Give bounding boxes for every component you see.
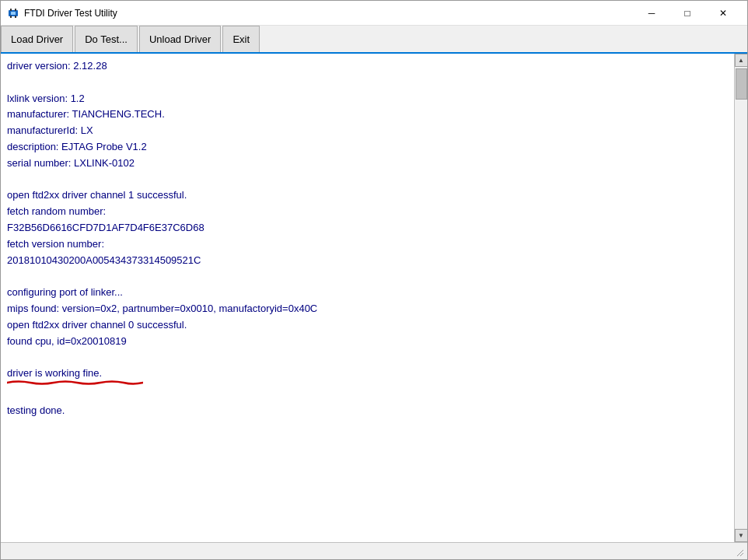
- unload-driver-button[interactable]: Unload Driver: [139, 26, 221, 52]
- log-line: F32B56D6616CFD7D1AF7D4F6E37C6D68: [7, 220, 728, 236]
- svg-rect-2: [15, 9, 16, 11]
- main-window: FTDI Driver Test Utility ─ □ ✕ Load Driv…: [0, 0, 748, 560]
- log-line-testing-done: testing done.: [7, 403, 728, 419]
- svg-rect-4: [15, 16, 16, 18]
- scroll-down-button[interactable]: ▼: [735, 529, 748, 542]
- minimize-button[interactable]: ─: [634, 2, 669, 25]
- exit-button[interactable]: Exit: [222, 26, 260, 52]
- svg-line-7: [740, 553, 743, 556]
- log-line: [7, 172, 728, 188]
- log-line: manufacturer: TIANCHENG.TECH.: [7, 107, 728, 123]
- scroll-up-button[interactable]: ▲: [735, 54, 748, 67]
- log-line: mips found: version=0x2, partnumber=0x00…: [7, 301, 728, 317]
- maximize-button[interactable]: □: [669, 2, 705, 25]
- do-test-button[interactable]: Do Test...: [75, 26, 138, 52]
- scroll-track[interactable]: [735, 67, 748, 529]
- svg-rect-1: [10, 9, 12, 11]
- log-line: open ftd2xx driver channel 0 successful.: [7, 317, 728, 334]
- working-fine-wrapper: driver is working fine.: [7, 366, 143, 385]
- log-line: 20181010430200A005434373314509521C: [7, 253, 728, 269]
- log-line: configuring port of linker...: [7, 285, 728, 301]
- title-bar-controls: ─ □ ✕: [634, 2, 741, 25]
- log-line-working-fine: driver is working fine.: [7, 366, 143, 382]
- log-line: fetch version number:: [7, 236, 728, 253]
- log-line: found cpu, id=0x20010819: [7, 334, 728, 350]
- log-line: fetch random number:: [7, 204, 728, 220]
- log-line: [7, 387, 728, 403]
- scroll-thumb[interactable]: [736, 68, 747, 100]
- log-line: [7, 75, 728, 91]
- log-line: serial number: LXLINK-0102: [7, 156, 728, 172]
- toolbar: Load Driver Do Test... Unload Driver Exi…: [1, 26, 747, 54]
- log-line: manufacturerId: LX: [7, 123, 728, 139]
- close-button[interactable]: ✕: [705, 2, 741, 25]
- svg-rect-3: [10, 16, 12, 18]
- resize-handle[interactable]: [733, 546, 744, 557]
- app-icon: [7, 7, 19, 19]
- load-driver-button[interactable]: Load Driver: [1, 26, 73, 52]
- status-bar: [1, 542, 747, 559]
- window-title: FTDI Driver Test Utility: [24, 8, 117, 19]
- content-area: driver version: 2.12.28 lxlink version: …: [1, 54, 747, 542]
- log-line: lxlink version: 1.2: [7, 91, 728, 107]
- svg-rect-5: [11, 12, 16, 15]
- log-line: open ftd2xx driver channel 1 successful.: [7, 187, 728, 204]
- log-container[interactable]: driver version: 2.12.28 lxlink version: …: [1, 54, 734, 542]
- title-bar-left: FTDI Driver Test Utility: [7, 7, 117, 19]
- log-line: [7, 268, 728, 285]
- log-line: driver version: 2.12.28: [7, 58, 728, 75]
- log-line: [7, 349, 728, 366]
- scrollbar: ▲ ▼: [734, 54, 747, 542]
- svg-line-6: [737, 550, 743, 556]
- log-line: description: EJTAG Probe V1.2: [7, 139, 728, 156]
- title-bar: FTDI Driver Test Utility ─ □ ✕: [1, 1, 747, 26]
